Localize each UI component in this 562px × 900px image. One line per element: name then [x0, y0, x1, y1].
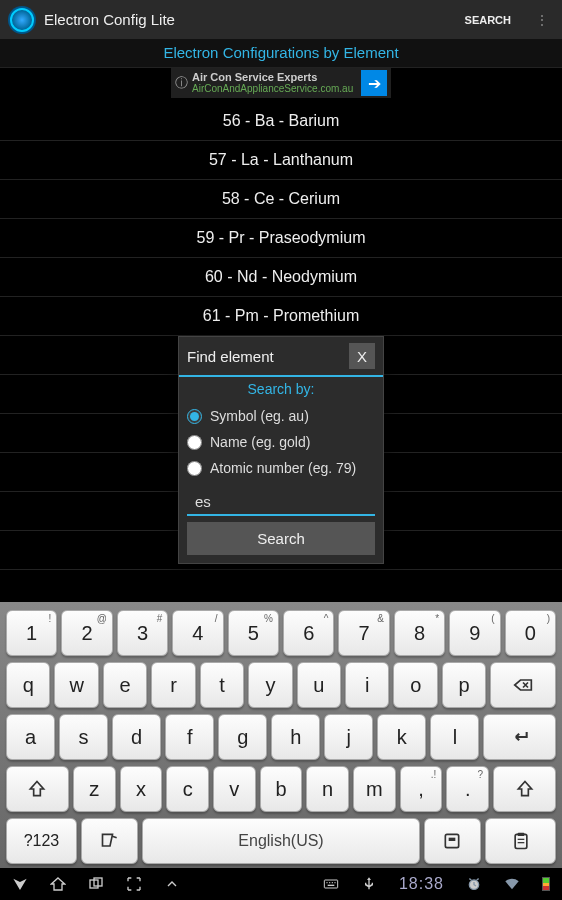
find-element-dialog: Find element X Search by: Symbol (eg. au… [178, 336, 384, 564]
svg-point-10 [329, 882, 330, 883]
backspace-key[interactable] [490, 662, 556, 708]
dialog-search-button[interactable]: Search [187, 522, 375, 555]
key-1[interactable]: 1! [6, 610, 57, 656]
overflow-menu-icon[interactable]: ⋮ [521, 15, 554, 25]
key-q[interactable]: q [6, 662, 50, 708]
ad-arrow-icon[interactable]: ➔ [361, 70, 387, 96]
key-comma[interactable]: ,.! [400, 766, 443, 812]
key-w[interactable]: w [54, 662, 98, 708]
list-item[interactable]: 60 - Nd - Neodymium [0, 258, 562, 297]
search-input[interactable] [187, 489, 375, 516]
key-v[interactable]: v [213, 766, 256, 812]
svg-point-9 [326, 882, 327, 883]
dialog-title: Find element [187, 348, 349, 365]
key-s[interactable]: s [59, 714, 108, 760]
key-2[interactable]: 2@ [61, 610, 112, 656]
app-title: Electron Config Lite [44, 11, 455, 28]
key-k[interactable]: k [377, 714, 426, 760]
svg-rect-2 [515, 834, 527, 848]
key-6[interactable]: 6^ [283, 610, 334, 656]
app-icon [8, 6, 36, 34]
key-period[interactable]: .? [446, 766, 489, 812]
search-by-radio-group: Symbol (eg. au) Name (eg. gold) Atomic n… [179, 401, 383, 485]
key-j[interactable]: j [324, 714, 373, 760]
key-m[interactable]: m [353, 766, 396, 812]
enter-key[interactable] [483, 714, 556, 760]
list-item[interactable]: 58 - Ce - Cerium [0, 180, 562, 219]
key-8[interactable]: 8* [394, 610, 445, 656]
list-item[interactable]: 61 - Pm - Promethium [0, 297, 562, 336]
handwriting-key[interactable] [81, 818, 138, 864]
list-item[interactable]: 56 - Ba - Barium [0, 102, 562, 141]
shift-key[interactable] [6, 766, 69, 812]
wifi-icon [504, 876, 520, 892]
radio-symbol[interactable]: Symbol (eg. au) [187, 403, 375, 429]
shift-key[interactable] [493, 766, 556, 812]
key-f[interactable]: f [165, 714, 214, 760]
on-screen-keyboard: 1!2@3#4/5%6^7&8*9(0) qwertyuiop asdfghjk… [0, 602, 562, 868]
battery-icon [542, 877, 550, 891]
alarm-icon [466, 876, 482, 892]
key-a[interactable]: a [6, 714, 55, 760]
key-t[interactable]: t [200, 662, 244, 708]
svg-rect-1 [449, 838, 456, 841]
radio-input[interactable] [187, 409, 202, 424]
recent-apps-icon[interactable] [88, 876, 104, 892]
page-subtitle: Electron Configurations by Element [0, 40, 562, 68]
radio-input[interactable] [187, 435, 202, 450]
ad-info-icon[interactable]: ⓘ [171, 74, 192, 92]
usb-icon [361, 876, 377, 892]
system-nav-bar: 18:38 [0, 868, 562, 900]
key-0[interactable]: 0) [505, 610, 556, 656]
ad-banner[interactable]: ⓘ Air Con Service Experts AirConAndAppli… [171, 68, 391, 98]
key-c[interactable]: c [166, 766, 209, 812]
key-x[interactable]: x [120, 766, 163, 812]
key-d[interactable]: d [112, 714, 161, 760]
key-7[interactable]: 7& [338, 610, 389, 656]
key-i[interactable]: i [345, 662, 389, 708]
svg-rect-13 [328, 885, 335, 886]
screenshot-icon[interactable] [126, 876, 142, 892]
clipboard-key[interactable] [485, 818, 556, 864]
key-y[interactable]: y [248, 662, 292, 708]
key-5[interactable]: 5% [228, 610, 279, 656]
mode-key[interactable]: ?123 [6, 818, 77, 864]
expand-icon[interactable] [164, 876, 180, 892]
svg-rect-3 [517, 833, 524, 836]
key-p[interactable]: p [442, 662, 486, 708]
svg-point-12 [334, 882, 335, 883]
key-e[interactable]: e [103, 662, 147, 708]
title-bar: Electron Config Lite SEARCH ⋮ [0, 0, 562, 40]
key-4[interactable]: 4/ [172, 610, 223, 656]
close-button[interactable]: X [349, 343, 375, 369]
svg-point-11 [332, 882, 333, 883]
svg-rect-8 [324, 880, 337, 888]
key-9[interactable]: 9( [449, 610, 500, 656]
key-h[interactable]: h [271, 714, 320, 760]
ad-url: AirConAndApplianceService.com.au [192, 83, 361, 95]
search-by-label: Search by: [179, 377, 383, 401]
ad-title: Air Con Service Experts [192, 71, 361, 83]
radio-name[interactable]: Name (eg. gold) [187, 429, 375, 455]
search-button[interactable]: SEARCH [455, 10, 521, 30]
home-icon[interactable] [50, 876, 66, 892]
key-b[interactable]: b [260, 766, 303, 812]
list-item[interactable]: 59 - Pr - Praseodymium [0, 219, 562, 258]
key-3[interactable]: 3# [117, 610, 168, 656]
spacebar-key[interactable]: English(US) [142, 818, 420, 864]
key-n[interactable]: n [306, 766, 349, 812]
key-g[interactable]: g [218, 714, 267, 760]
key-l[interactable]: l [430, 714, 479, 760]
list-item[interactable]: 57 - La - Lanthanum [0, 141, 562, 180]
clock: 18:38 [399, 875, 444, 893]
back-icon[interactable] [12, 876, 28, 892]
emoji-key[interactable] [424, 818, 481, 864]
key-o[interactable]: o [393, 662, 437, 708]
key-u[interactable]: u [297, 662, 341, 708]
key-r[interactable]: r [151, 662, 195, 708]
keyboard-status-icon [323, 876, 339, 892]
key-z[interactable]: z [73, 766, 116, 812]
radio-input[interactable] [187, 461, 202, 476]
radio-atomic-number[interactable]: Atomic number (eg. 79) [187, 455, 375, 481]
